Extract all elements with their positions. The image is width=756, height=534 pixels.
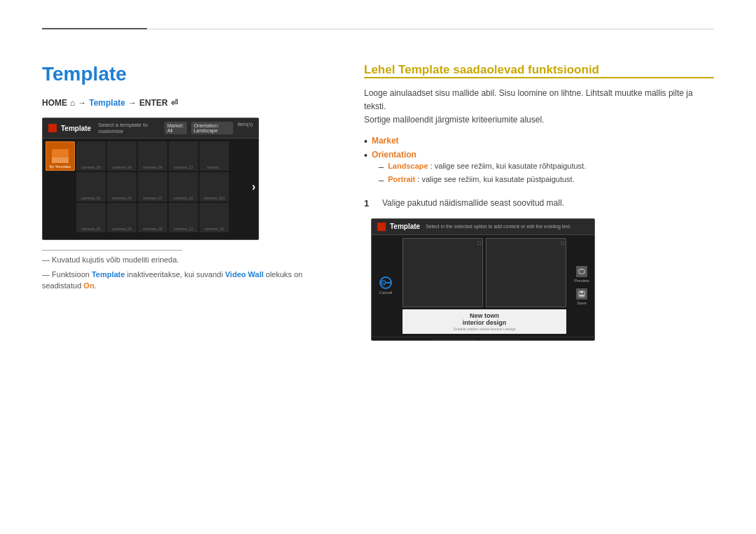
landscape-highlight: Landscape <box>388 162 428 170</box>
orientation-dropdown[interactable]: Orientation: Landscape <box>191 122 234 134</box>
music-toggle[interactable]: Off <box>524 339 535 341</box>
template-grid-item[interactable]: common_013 <box>200 172 229 202</box>
preview-main-area: □ □ New town interior design Suitable ro… <box>400 235 569 337</box>
template-grid-item[interactable]: common_06 <box>138 203 167 232</box>
template-highlight: Template <box>92 270 125 279</box>
sub-bullet-landscape: – Landscape : valige see režiim, kui kas… <box>379 162 586 173</box>
breadcrumb-enter: ENTER <box>139 98 168 108</box>
market-label: Market <box>372 136 399 146</box>
left-column: Template HOME ⌂ → Template → ENTER ⏎ Tem… <box>42 28 336 341</box>
cancel-label: Cancel <box>379 290 393 295</box>
template-grid-item[interactable]: common_01 <box>76 172 106 202</box>
template-ui-subtitle: Select a template to customise <box>98 122 160 134</box>
right-section-title: Lehel Template saadaolevad funktsioonid <box>364 63 714 77</box>
preview-body: Cancel □ □ New town int <box>372 235 594 337</box>
sub-dash-icon: – <box>379 175 384 186</box>
template-grid-item[interactable]: common_03 <box>76 141 106 171</box>
my-templates-item[interactable]: My Templates <box>46 141 75 171</box>
template-preview-screenshot: Template Select in the selected option t… <box>371 218 595 341</box>
preview-main-text-1: New town <box>408 312 561 319</box>
page-container: Template HOME ⌂ → Template → ENTER ⏎ Tem… <box>0 0 756 369</box>
template-grid-item[interactable]: common_14 <box>200 203 229 232</box>
template-grid-item[interactable]: common_10 <box>169 172 198 202</box>
template-ui-screenshot: Template Select a template to customise … <box>42 118 259 240</box>
grid-item-label: common_03 <box>81 165 101 169</box>
template-grid-item[interactable]: common_12 <box>169 141 198 171</box>
right-column: Lehel Template saadaolevad funktsioonid … <box>364 28 714 341</box>
title-underline <box>364 77 714 78</box>
right-title-area: Lehel Template saadaolevad funktsioonid <box>364 63 714 78</box>
preview-sidebar-right: Preview Save <box>569 235 594 337</box>
grid-item-label: common_02 <box>81 227 101 231</box>
preview-text-overlay: New town interior design Suitable rotati… <box>402 309 566 334</box>
preview-sidebar-left: Cancel <box>372 235 400 337</box>
numbered-item-1: 1 Valige pakutud näidismallide seast soo… <box>364 198 714 209</box>
template-ui-title: Template <box>61 125 91 132</box>
template-grid-item[interactable]: common_05 <box>107 203 136 232</box>
page-title: Template <box>42 63 336 85</box>
landscape-text: : valige see režiim, kui kasutate rõhtpa… <box>430 162 587 170</box>
template-grid-item[interactable]: common_07 <box>138 172 167 202</box>
enter-icon: ⏎ <box>171 98 178 108</box>
background-music-button[interactable]: BackgroundMusic <box>479 339 522 341</box>
preview-thumb-2[interactable]: □ <box>486 238 566 307</box>
bullet-dot-icon: • <box>364 150 368 162</box>
cancel-button[interactable]: Cancel <box>379 276 393 295</box>
preview-header: Template Select in the selected option t… <box>372 219 594 235</box>
template-grid-item[interactable]: commo... <box>200 141 229 171</box>
save-label: Save <box>577 301 587 305</box>
preview-thumbnails: □ □ <box>402 238 566 307</box>
template-grid-item[interactable]: common_04 <box>107 172 136 202</box>
preview-sub-text: Suitable rotation soloist kasvino t.desi… <box>408 327 561 331</box>
template-grid-item[interactable]: common_06 <box>107 141 136 171</box>
template-grid-item[interactable]: common_02 <box>76 203 106 232</box>
preview-red-square-icon <box>377 223 386 231</box>
svg-rect-6 <box>580 295 584 296</box>
bullet-market: • Market <box>364 136 714 148</box>
background-screen-button[interactable]: Background Screen <box>431 339 477 341</box>
thumb-copy-icon-2: □ <box>561 240 564 246</box>
next-arrow-icon[interactable]: › <box>252 181 255 193</box>
template-ui-header: Template Select a template to customise … <box>43 118 258 139</box>
portrait-text: : valige see režiim, kui kasutate püstpa… <box>417 175 574 183</box>
preview-button[interactable]: Preview <box>574 266 589 283</box>
step-number: 1 <box>364 198 375 209</box>
step-text: Valige pakutud näidismallide seast soovi… <box>382 198 564 208</box>
note-1-text: Kuvatud kujutis võib mudeliti erineda. <box>52 255 179 264</box>
template-grid-item[interactable]: common_11 <box>169 203 198 232</box>
preview-main-text-2: interior design <box>408 319 561 326</box>
note-1: — Kuvatud kujutis võib mudeliti erineda. <box>42 255 336 265</box>
videowall-highlight: Video Wall <box>225 270 263 279</box>
note-2: — Funktsioon Template inaktiveeritakse, … <box>42 269 336 291</box>
sub-bullet-portrait: – Portrait : valige see režiim, kui kasu… <box>379 175 586 186</box>
grid-item-label: common_06 <box>112 165 132 169</box>
grid-item-label: common_11 <box>174 227 193 231</box>
grid-item-label: common_10 <box>174 196 193 200</box>
note-divider <box>42 250 182 251</box>
svg-rect-5 <box>580 291 583 293</box>
breadcrumb-arrow2: → <box>128 98 136 108</box>
template-grid-item[interactable]: common_09 <box>138 141 167 171</box>
notes-section: — Kuvatud kujutis võib mudeliti erineda.… <box>42 250 336 291</box>
grid-item-label: common_01 <box>81 196 101 200</box>
save-button[interactable]: Save <box>576 288 587 305</box>
thumb-copy-icon: □ <box>477 240 481 246</box>
preview-thumb-1[interactable]: □ <box>402 238 483 307</box>
preview-title: Template <box>390 223 420 230</box>
grid-item-label: common_013 <box>204 196 225 200</box>
desc2-text: Sortige maliloendit järgmiste kriteerium… <box>364 115 544 125</box>
preview-subtitle: Select in the selected option to add con… <box>426 224 571 229</box>
grid-item-label: common_14 <box>204 227 224 231</box>
svg-rect-2 <box>579 269 584 274</box>
breadcrumb-template[interactable]: Template <box>89 98 125 108</box>
top-lines <box>42 28 714 29</box>
orientation-label: Orientation <box>372 150 416 160</box>
bullet-dot-icon: • <box>364 136 368 148</box>
portrait-highlight: Portrait <box>388 175 415 183</box>
on-highlight: On <box>83 281 94 290</box>
cancel-icon <box>379 276 392 289</box>
my-templates-label: My Templates <box>50 164 71 169</box>
market-dropdown[interactable]: Market: All <box>164 122 187 134</box>
item-count: Item(s) <box>237 122 253 134</box>
grid-item-label: common_06 <box>143 227 162 231</box>
